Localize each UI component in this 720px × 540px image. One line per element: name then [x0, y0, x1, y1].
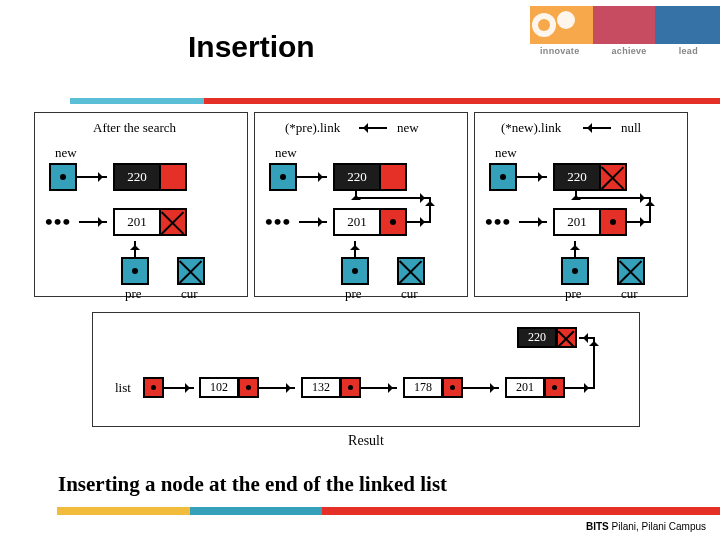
- arrow-icon: [297, 176, 327, 178]
- arrow-icon: [583, 127, 611, 129]
- svg-point-2: [538, 19, 550, 31]
- page-title: Insertion: [188, 30, 315, 64]
- diagram-row: After the search new 220 ••• 201 pre cur…: [34, 112, 688, 297]
- arrow-icon: [359, 127, 387, 129]
- panel-prelink-new: (*pre).link new new 220 ••• 201 pre cur: [254, 112, 468, 297]
- node-link: [340, 377, 361, 398]
- brand-gradient: [530, 6, 720, 44]
- ptr-new: [49, 163, 77, 191]
- ellipsis-icon: •••: [265, 209, 291, 235]
- label-new: new: [275, 145, 297, 161]
- node-inserted-link-null: [556, 327, 577, 348]
- panel-heading: After the search: [93, 120, 176, 136]
- arrow-icon: [355, 191, 357, 199]
- ptr-new: [489, 163, 517, 191]
- panel-heading-from: null: [621, 120, 641, 136]
- node-new-link: [159, 163, 187, 191]
- label-cur: cur: [621, 286, 638, 302]
- arrow-seg: [565, 387, 593, 389]
- footer-bold: BITS: [586, 521, 609, 532]
- slide-subtitle: Inserting a node at the end of the linke…: [58, 472, 447, 497]
- tag-innovate: innovate: [540, 46, 579, 56]
- brand-labels: innovate achieve lead: [524, 46, 714, 56]
- panel-newlink-null: (*new).link null new 220 ••• 201 pre cur: [474, 112, 688, 297]
- node-new-link: [379, 163, 407, 191]
- arrow-icon: [575, 191, 577, 199]
- footer-text: BITS Pilani, Pilani Campus: [586, 521, 706, 532]
- label-cur: cur: [181, 286, 198, 302]
- panel-after-search: After the search new 220 ••• 201 pre cur: [34, 112, 248, 297]
- ptr-pre: [121, 257, 149, 285]
- panel-heading-ptr: (*new).link: [501, 120, 561, 136]
- arrow-icon: [517, 176, 547, 178]
- node-last-data: 201: [113, 208, 161, 236]
- svg-point-1: [557, 11, 575, 29]
- label-result: Result: [92, 433, 640, 449]
- slide-header: Insertion innovate achieve lead: [0, 0, 720, 70]
- arrow-seg: [627, 221, 649, 223]
- node-link: [442, 377, 463, 398]
- node-last-link: [379, 208, 407, 236]
- node-last-link-null: [159, 208, 187, 236]
- arrow-icon: [164, 387, 194, 389]
- node-new-data: 220: [553, 163, 601, 191]
- ptr-cur-null: [177, 257, 205, 285]
- node-last-link: [599, 208, 627, 236]
- node-data: 132: [301, 377, 341, 398]
- node-new-data: 220: [333, 163, 381, 191]
- label-new: new: [495, 145, 517, 161]
- node-last-data: 201: [553, 208, 601, 236]
- ptr-cur-null: [617, 257, 645, 285]
- ptr-cur-null: [397, 257, 425, 285]
- arrow-seg: [593, 337, 595, 389]
- node-new-link-null: [599, 163, 627, 191]
- node-new-data: 220: [113, 163, 161, 191]
- arrow-icon: [259, 387, 295, 389]
- node-inserted-data: 220: [517, 327, 557, 348]
- node-link: [238, 377, 259, 398]
- ellipsis-icon: •••: [485, 209, 511, 235]
- arrow-icon: [579, 337, 593, 339]
- arrow-icon: [299, 221, 327, 223]
- brand-strip: innovate achieve lead: [510, 0, 720, 60]
- arrow-seg: [575, 197, 649, 199]
- ptr-pre: [341, 257, 369, 285]
- arrow-seg: [407, 221, 429, 223]
- panel-heading-ptr: (*pre).link: [285, 120, 340, 136]
- label-cur: cur: [401, 286, 418, 302]
- arrow-icon: [77, 176, 107, 178]
- arrow-icon: [463, 387, 499, 389]
- ptr-new: [269, 163, 297, 191]
- panel-result: 220 list 102 132 178 201: [92, 312, 640, 427]
- arrow-icon: [79, 221, 107, 223]
- ptr-head: [143, 377, 164, 398]
- arrow-icon: [519, 221, 547, 223]
- arrow-seg: [355, 197, 429, 199]
- label-new: new: [55, 145, 77, 161]
- tag-achieve: achieve: [612, 46, 647, 56]
- divider-blue: [70, 98, 204, 104]
- panel-heading-from: new: [397, 120, 419, 136]
- ellipsis-icon: •••: [45, 209, 71, 235]
- footer-rest: Pilani, Pilani Campus: [609, 521, 706, 532]
- ptr-pre: [561, 257, 589, 285]
- tag-lead: lead: [679, 46, 698, 56]
- label-pre: pre: [345, 286, 362, 302]
- node-data: 178: [403, 377, 443, 398]
- node-last-data: 201: [333, 208, 381, 236]
- label-pre: pre: [565, 286, 582, 302]
- footer-stripe: [57, 507, 720, 515]
- node-link: [544, 377, 565, 398]
- node-data: 201: [505, 377, 545, 398]
- label-list: list: [115, 380, 131, 396]
- arrow-icon: [361, 387, 397, 389]
- result-wrap: 220 list 102 132 178 201 Result: [92, 312, 640, 449]
- divider-red: [204, 98, 720, 104]
- gear-icon: [524, 2, 584, 48]
- label-pre: pre: [125, 286, 142, 302]
- node-data: 102: [199, 377, 239, 398]
